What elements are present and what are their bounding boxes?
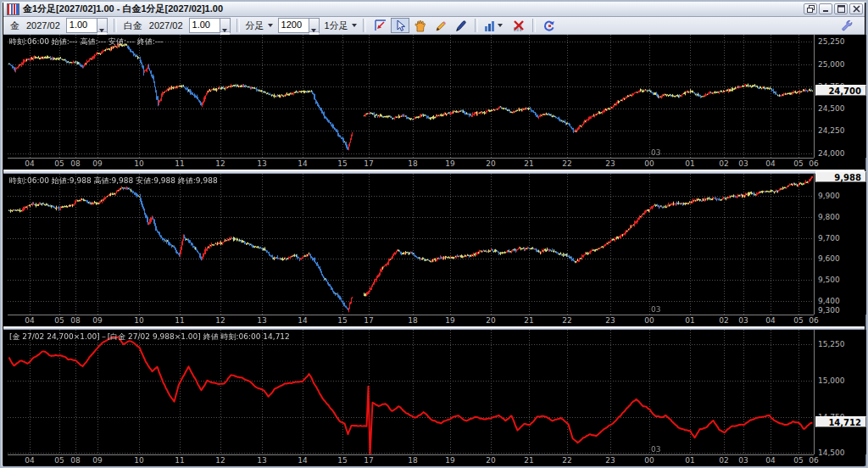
gold-chart-panel: 時刻:06:00 始値:--- 高値:--- 安値:--- 終値:--- 24,… [3, 35, 865, 170]
settings-wrench-button[interactable] [837, 18, 856, 33]
x-axis-label: 04 [765, 159, 775, 168]
x-axis-label: 20 [486, 316, 495, 325]
refresh-button[interactable] [540, 18, 559, 33]
x-axis-label: 22 [562, 316, 571, 325]
y-axis-label: 9,500 [818, 276, 840, 284]
x-axis-label: 15 [337, 456, 347, 465]
x-axis-label: 05 [54, 159, 64, 168]
spread-current-price: 14,712 [815, 416, 866, 427]
platinum-ratio-value[interactable]: 1.00 [190, 19, 220, 32]
gold-ratio-value[interactable]: 1.00 [67, 19, 97, 32]
close-button[interactable] [849, 3, 863, 14]
maximize-button[interactable] [834, 3, 848, 14]
x-axis-label: 20 [486, 159, 495, 168]
platinum-current-price: 9,988 [815, 171, 866, 182]
fit-chart-button[interactable] [370, 18, 389, 33]
x-axis-label: 11 [175, 159, 184, 168]
gold-current-price: 24,700 [815, 85, 866, 96]
x-axis-label: 11 [175, 316, 184, 325]
close-icon [853, 5, 860, 13]
delete-drawings-button[interactable] [509, 18, 528, 33]
minimize-icon [822, 5, 830, 13]
gold-time-axis: 0405080910111213141517181920212223000102… [8, 158, 814, 170]
gold-ratio-spinbox[interactable]: 1.00 [66, 18, 108, 33]
gold-price-axis: 24,700 25,25025,00024,75024,50024,25024,… [814, 35, 867, 158]
platinum-time-axis: 0405080910111213141517181920212223000102… [8, 315, 814, 327]
hand-pan-button[interactable] [411, 18, 430, 33]
bar-count-value[interactable]: 1200 [279, 19, 309, 32]
bar-type-dropdown[interactable]: 分足 [246, 20, 273, 32]
platinum-candlestick-plot[interactable] [8, 174, 814, 315]
select-cursor-icon [394, 20, 406, 32]
x-axis-label: 08 [70, 316, 80, 325]
x-axis-label: 23 [605, 456, 615, 465]
x-axis-label: 21 [524, 159, 533, 168]
y-axis-label: 9,900 [818, 192, 840, 200]
x-axis-label: 00 [644, 456, 654, 465]
platinum-ohlc-info: 時刻:06:00 始値:9,988 高値:9,988 安値:9,988 終値:9… [9, 176, 218, 187]
x-axis-label: 21 [524, 456, 533, 465]
x-axis-label: 04 [765, 456, 775, 465]
y-axis-label: 9,600 [818, 254, 840, 263]
spread-chart-panel: [金 27/02 24,700×1.00]－[白金 27/02 9,988×1.… [3, 330, 865, 466]
settings-wrench-icon [841, 20, 853, 31]
spread-line-plot[interactable] [8, 330, 814, 454]
toolbar-separator [114, 19, 117, 32]
x-axis-label: 13 [257, 159, 266, 168]
x-axis-label: 10 [134, 456, 143, 465]
x-axis-label: 05 [793, 316, 803, 325]
platinum-ratio-spinbox[interactable]: 1.00 [189, 18, 231, 33]
y-axis-label: 24,500 [818, 104, 845, 113]
platinum-chart-panel: 時刻:06:00 始値:9,988 高値:9,988 安値:9,988 終値:9… [3, 174, 865, 326]
x-axis-label: 15 [337, 159, 347, 168]
x-axis-label: 02 [719, 316, 728, 325]
x-axis-label: 06 [809, 456, 818, 465]
pencil-draw-button[interactable] [431, 18, 450, 33]
x-axis-label: 22 [562, 159, 571, 168]
pen-draw-button[interactable] [452, 18, 470, 33]
x-axis-label: 05 [793, 159, 803, 168]
float-window-button[interactable] [804, 3, 817, 14]
bar-count-spinbox[interactable]: 1200 [278, 18, 320, 33]
bar-chart-icon [483, 20, 496, 32]
x-axis-label: 19 [445, 456, 454, 465]
x-axis-label: 09 [92, 456, 102, 465]
y-axis-label: 9,800 [818, 213, 840, 221]
gold-candlestick-plot[interactable] [8, 35, 814, 158]
pencil-draw-icon [434, 20, 447, 32]
x-axis-label: 05 [54, 316, 64, 325]
y-axis-label: 24,000 [818, 149, 845, 158]
x-axis-label: 18 [408, 316, 417, 325]
y-axis-label: 14,500 [818, 448, 845, 457]
x-axis-label: 17 [364, 316, 373, 325]
gold-ohlc-info: 時刻:06:00 始値:--- 高値:--- 安値:--- 終値:--- [9, 36, 164, 47]
x-axis-label: 14 [298, 159, 307, 168]
x-axis-label: 12 [215, 456, 225, 465]
minimize-button[interactable] [819, 3, 832, 14]
platinum-price-axis: 9,988 9,9009,8009,7009,6009,5009,4009,30… [814, 174, 867, 315]
maximize-icon [837, 5, 845, 13]
spread-price-axis: 14,712 15,25015,00014,75014,500 [814, 330, 867, 454]
chart-window: 金1分足[2027/02]1.00 - 白金1分足[2027/02]1.00 金… [0, 0, 868, 468]
x-axis-label: 14 [298, 316, 307, 325]
x-axis-label: 01 [685, 316, 694, 325]
x-axis-label: 03 [738, 316, 748, 325]
float-icon [807, 5, 815, 13]
x-axis-label: 12 [215, 159, 225, 168]
window-title: 金1分足[2027/02]1.00 - 白金1分足[2027/02]1.00 [23, 3, 223, 15]
x-axis-label: 04 [765, 316, 775, 325]
toolbar-separator [363, 19, 366, 32]
x-axis-label: 02 [719, 159, 728, 168]
bar-style-dropdown-button[interactable] [482, 18, 508, 33]
title-bar[interactable]: 金1分足[2027/02]1.00 - 白金1分足[2027/02]1.00 [3, 2, 865, 17]
x-axis-label: 23 [605, 316, 615, 325]
select-cursor-button[interactable] [391, 18, 409, 33]
y-axis-label: 25,000 [818, 60, 845, 69]
toolbar-separator [475, 19, 478, 32]
interval-dropdown[interactable]: 1分足 [325, 20, 357, 32]
x-axis-label: 19 [445, 316, 454, 325]
x-axis-label: 05 [793, 456, 803, 465]
x-axis-label: 13 [257, 316, 266, 325]
x-axis-label: 03 [738, 159, 748, 168]
x-axis-label: 13 [257, 456, 266, 465]
